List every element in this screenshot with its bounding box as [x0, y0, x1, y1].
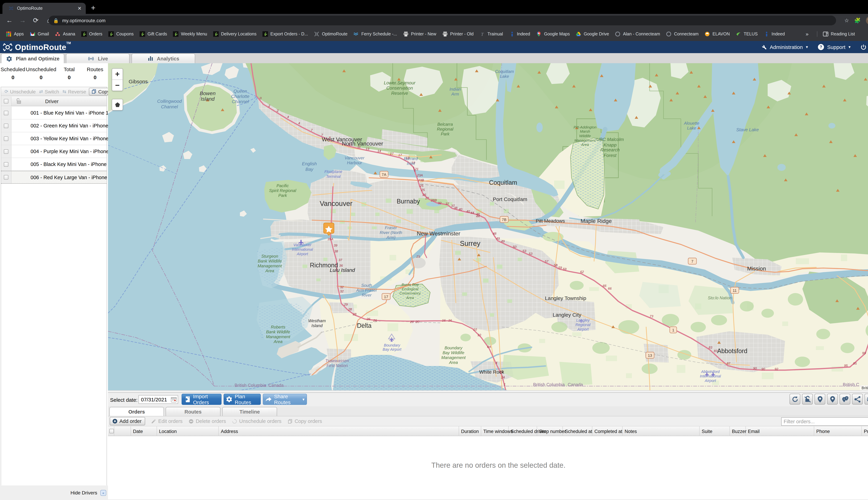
svg-text:1: 1: [504, 383, 506, 386]
svg-text:Vancouver: Vancouver: [320, 200, 352, 207]
svg-text:Vancouver: Vancouver: [345, 156, 365, 160]
svg-text:Burns Bog: Burns Bog: [401, 283, 419, 286]
svg-text:2: 2: [276, 109, 278, 113]
svg-text:40: 40: [459, 207, 462, 211]
svg-text:Island: Island: [311, 323, 323, 328]
svg-text:39A: 39A: [328, 237, 333, 241]
svg-text:7B: 7B: [502, 217, 506, 222]
svg-text:South: South: [361, 283, 372, 288]
svg-text:20: 20: [410, 320, 414, 323]
svg-text:Park: Park: [278, 193, 287, 198]
svg-text:10: 10: [477, 333, 481, 337]
svg-text:2: 2: [846, 396, 847, 399]
svg-text:Surrey: Surrey: [460, 240, 480, 247]
svg-text:Management: Management: [258, 263, 282, 268]
svg-text:Terminal: Terminal: [326, 174, 341, 179]
svg-text:23B: 23B: [418, 178, 424, 182]
svg-text:Maple Ridge: Maple Ridge: [581, 218, 612, 224]
svg-text:Research: Research: [600, 147, 619, 152]
svg-text:21: 21: [415, 167, 419, 171]
svg-text:Indian: Indian: [449, 87, 461, 91]
svg-text:10: 10: [473, 328, 477, 331]
svg-text:20: 20: [415, 320, 420, 323]
svg-text:Langley City: Langley City: [552, 312, 581, 318]
svg-text:Charlotte: Charlotte: [231, 94, 250, 99]
svg-text:49: 49: [501, 239, 505, 243]
svg-text:1: 1: [843, 398, 845, 400]
svg-text:13: 13: [366, 147, 369, 151]
svg-text:Bay Airport: Bay Airport: [382, 347, 401, 352]
svg-text:37: 37: [339, 258, 343, 262]
svg-text:Coquitlam: Coquitlam: [495, 69, 514, 74]
svg-text:92: 92: [775, 367, 778, 371]
svg-text:Sturgeon: Sturgeon: [261, 254, 278, 259]
svg-text:British C: British C: [843, 382, 859, 387]
svg-text:0: 0: [260, 96, 262, 100]
svg-text:Airport: Airport: [577, 327, 589, 331]
svg-text:Area: Area: [581, 143, 589, 147]
svg-text:White Rock: White Rock: [479, 369, 504, 375]
svg-text:Island: Island: [201, 96, 215, 102]
svg-text:Canada: Canada: [568, 382, 583, 387]
svg-text:39: 39: [334, 243, 338, 247]
svg-text:New Westminster: New Westminster: [417, 230, 460, 237]
svg-text:Abbotsford: Abbotsford: [701, 370, 720, 374]
svg-text:Port Coquitlam: Port Coquitlam: [493, 196, 527, 202]
svg-text:25: 25: [420, 184, 424, 188]
svg-text:7: 7: [691, 259, 693, 263]
svg-text:Langley: Langley: [576, 318, 590, 322]
svg-text:Bank Wildlife: Bank Wildlife: [258, 259, 282, 263]
svg-text:Belcarra: Belcarra: [437, 122, 453, 127]
svg-text:International: International: [700, 374, 721, 378]
svg-text:Area: Area: [273, 339, 283, 344]
svg-text:English: English: [302, 161, 317, 166]
svg-text:Management: Management: [574, 138, 596, 143]
svg-text:UBC Malcolm: UBC Malcolm: [596, 137, 624, 142]
svg-text:Pacific: Pacific: [276, 183, 289, 188]
svg-text:First Nation: First Nation: [327, 363, 348, 368]
svg-text:Lulu Island: Lulu Island: [330, 267, 355, 273]
svg-text:Floatplane: Floatplane: [324, 169, 342, 174]
svg-text:?: ?: [820, 45, 822, 49]
svg-text:62: 62: [580, 270, 584, 274]
svg-text:26: 26: [422, 193, 426, 196]
svg-text:26: 26: [366, 317, 370, 321]
svg-text:32: 32: [438, 201, 442, 205]
svg-text:28: 28: [353, 312, 357, 316]
svg-text:Area: Area: [265, 269, 274, 273]
svg-text:Management: Management: [266, 334, 290, 339]
svg-text:13: 13: [648, 353, 652, 357]
svg-text:Reserve: Reserve: [391, 91, 408, 96]
svg-text:1: 1: [672, 328, 674, 332]
svg-text:48: 48: [493, 232, 496, 236]
svg-text:58: 58: [554, 263, 558, 267]
svg-text:49: 49: [496, 237, 500, 240]
svg-text:Queen: Queen: [233, 89, 247, 94]
svg-text:44: 44: [476, 214, 480, 218]
svg-text:Pitt Meadows: Pitt Meadows: [536, 218, 565, 224]
svg-text:Mission: Mission: [747, 265, 766, 272]
svg-text:59: 59: [558, 266, 562, 270]
svg-text:Arm): Arm): [386, 235, 396, 240]
svg-text:Conservancy: Conservancy: [399, 291, 421, 295]
svg-text:2A: 2A: [501, 376, 505, 379]
svg-text:Westham: Westham: [308, 318, 326, 323]
svg-text:28: 28: [348, 307, 352, 311]
svg-text:11: 11: [733, 288, 737, 293]
svg-text:95: 95: [844, 364, 848, 367]
svg-text:38: 38: [334, 249, 338, 253]
svg-text:Airport: Airport: [297, 252, 308, 256]
svg-text:North Vancouver: North Vancouver: [342, 140, 383, 147]
svg-text:Boundary: Boundary: [445, 345, 463, 350]
svg-text:Bowen: Bowen: [199, 90, 216, 96]
svg-text:40: 40: [466, 209, 470, 213]
svg-text:Bank Wildlife: Bank Wildlife: [266, 330, 290, 334]
svg-text:Inlet: Inlet: [407, 161, 415, 166]
svg-text:Lake: Lake: [500, 74, 509, 79]
svg-text:Area: Area: [449, 360, 458, 365]
svg-text:Collingwood: Collingwood: [157, 99, 182, 104]
svg-text:Roberts: Roberts: [271, 325, 285, 329]
svg-text:Canada: Canada: [269, 383, 284, 388]
svg-text:38: 38: [454, 206, 458, 210]
svg-text:99: 99: [862, 351, 866, 355]
